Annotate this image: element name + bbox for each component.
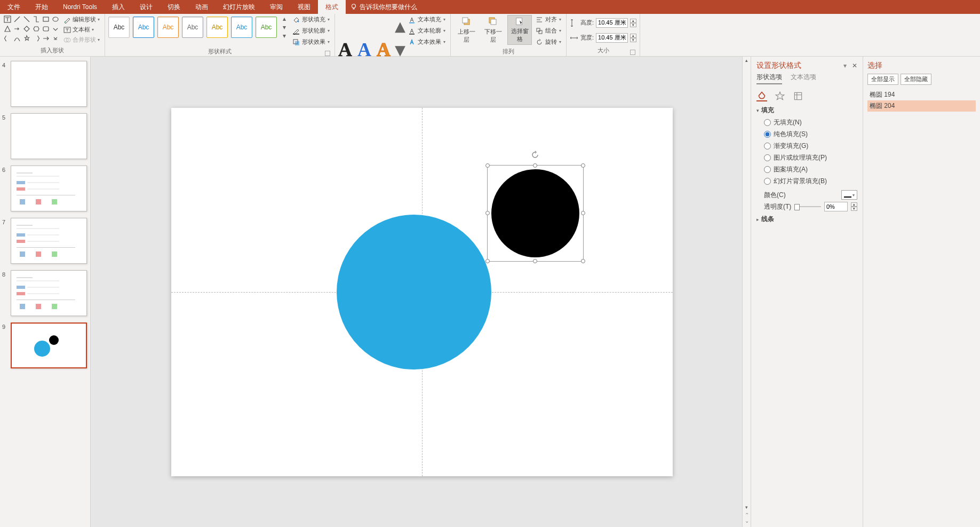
fill-pattern-radio[interactable]: 图案填充(A) xyxy=(764,165,857,174)
shape-oval-blue[interactable] xyxy=(337,215,491,369)
selection-item-1[interactable]: 椭圆 204 xyxy=(867,100,976,112)
style-preset-6[interactable]: Abc xyxy=(231,17,252,38)
tab-format[interactable]: 格式 xyxy=(318,0,346,14)
shape-effects-button[interactable]: 形状效果▾ xyxy=(291,37,331,46)
shape-brace2-icon[interactable] xyxy=(32,34,41,43)
effects-tab-icon[interactable] xyxy=(775,91,785,101)
handle-w[interactable] xyxy=(485,211,490,215)
tab-view[interactable]: 视图 xyxy=(290,0,318,14)
fill-slidebg-radio[interactable]: 幻灯片背景填充(B) xyxy=(764,177,857,186)
rotate-handle[interactable] xyxy=(531,151,539,159)
fill-color-picker[interactable]: ▾ xyxy=(841,190,857,200)
thumb-slide-4[interactable] xyxy=(11,61,87,107)
shape-arrow-icon[interactable] xyxy=(13,25,21,33)
fill-line-tab-icon[interactable] xyxy=(756,91,767,101)
text-outline-button[interactable]: 文本轮廓▾ xyxy=(407,26,447,35)
tab-transitions[interactable]: 切换 xyxy=(160,0,188,14)
shape-arrow2-icon[interactable] xyxy=(42,34,50,43)
tab-file[interactable]: 文件 xyxy=(0,0,28,14)
thumb-slide-7[interactable] xyxy=(11,218,87,264)
tab-review[interactable]: 审阅 xyxy=(262,0,290,14)
selection-box[interactable] xyxy=(487,165,584,262)
shape-outline-button[interactable]: 形状轮廓▾ xyxy=(291,26,331,35)
fill-solid-radio[interactable]: 纯色填充(S) xyxy=(764,130,857,139)
width-input[interactable] xyxy=(596,33,628,43)
thumb-slide-8[interactable] xyxy=(11,270,87,316)
tab-design[interactable]: 设计 xyxy=(132,0,160,14)
hide-all-button[interactable]: 全部隐藏 xyxy=(901,74,931,85)
prev-slide-icon[interactable]: ⌃ xyxy=(745,512,749,518)
style-preset-5[interactable]: Abc xyxy=(206,17,228,38)
tab-nordri-tools[interactable]: Nordri Tools xyxy=(55,0,105,14)
style-preset-1[interactable]: Abc xyxy=(108,17,130,38)
size-tab-icon[interactable] xyxy=(793,91,803,101)
shape-connector-icon[interactable] xyxy=(32,15,41,23)
scroll-up-icon[interactable]: ▴ xyxy=(745,58,748,65)
handle-se[interactable] xyxy=(581,259,585,263)
width-up[interactable]: ▴ xyxy=(630,34,636,38)
width-down[interactable]: ▾ xyxy=(630,38,636,42)
style-preset-4[interactable]: Abc xyxy=(182,17,203,38)
shape-line2-icon[interactable] xyxy=(22,15,31,23)
text-effects-button[interactable]: 文本效果▾ xyxy=(407,37,447,46)
tell-me-search[interactable]: 告诉我你想要做什么 xyxy=(350,3,417,12)
panel-close-icon[interactable]: ✕ xyxy=(852,62,857,69)
line-section-header[interactable]: ▸线条 xyxy=(756,215,857,224)
panel-menu-icon[interactable]: ▾ xyxy=(843,62,847,69)
height-down[interactable]: ▾ xyxy=(630,23,636,27)
shape-triangle-icon[interactable] xyxy=(3,25,12,33)
text-box-button[interactable]: 文本框▾ xyxy=(62,25,101,34)
style-preset-3[interactable]: Abc xyxy=(157,17,179,38)
group-button[interactable]: 组合▾ xyxy=(534,26,563,35)
subtab-text-options[interactable]: 文本选项 xyxy=(791,73,816,84)
handle-n[interactable] xyxy=(533,163,537,168)
bring-forward-button[interactable]: 上移一层 xyxy=(454,15,479,45)
tab-animations[interactable]: 动画 xyxy=(188,0,216,14)
shape-textbox-icon[interactable] xyxy=(3,15,12,23)
shape-star-icon[interactable] xyxy=(22,34,31,43)
handle-ne[interactable] xyxy=(581,163,585,168)
handle-e[interactable] xyxy=(581,211,585,215)
shape-brace-icon[interactable] xyxy=(3,34,12,43)
shape-gallery[interactable] xyxy=(3,15,60,43)
size-launcher[interactable] xyxy=(630,50,635,55)
selection-item-0[interactable]: 椭圆 194 xyxy=(867,89,976,100)
thumb-slide-5[interactable] xyxy=(11,113,87,159)
shape-fill-button[interactable]: 形状填充▾ xyxy=(291,15,331,24)
send-backward-button[interactable]: 下移一层 xyxy=(481,15,505,45)
shape-more-icon[interactable] xyxy=(51,25,60,33)
tab-slideshow[interactable]: 幻灯片放映 xyxy=(216,0,262,14)
handle-s[interactable] xyxy=(533,259,537,263)
shape-roundrect-icon[interactable] xyxy=(42,25,50,33)
shape-hex-icon[interactable] xyxy=(32,25,41,33)
shape-diamond-icon[interactable] xyxy=(22,25,31,33)
shape-line-icon[interactable] xyxy=(13,15,21,23)
height-up[interactable]: ▴ xyxy=(630,19,636,23)
fill-section-header[interactable]: ▾填充 xyxy=(756,106,857,115)
next-slide-icon[interactable]: ⌄ xyxy=(745,518,749,524)
handle-sw[interactable] xyxy=(485,259,490,263)
tab-insert[interactable]: 插入 xyxy=(105,0,132,14)
shape-expand-icon[interactable] xyxy=(51,34,60,43)
vertical-scrollbar[interactable]: ▴ ▾ ⌃ ⌄ xyxy=(742,57,751,527)
shape-oval-icon[interactable] xyxy=(51,15,60,23)
tab-home[interactable]: 开始 xyxy=(28,0,55,14)
fill-none-radio[interactable]: 无填充(N) xyxy=(764,118,857,127)
trans-down[interactable]: ▾ xyxy=(851,207,857,211)
style-preset-2[interactable]: Abc xyxy=(133,17,154,38)
transparency-input[interactable] xyxy=(824,202,848,211)
show-all-button[interactable]: 全部显示 xyxy=(867,74,898,85)
fill-gradient-radio[interactable]: 渐变填充(G) xyxy=(764,141,857,151)
scroll-down-icon[interactable]: ▾ xyxy=(745,505,748,512)
slide[interactable] xyxy=(171,108,673,476)
style-preset-7[interactable]: Abc xyxy=(256,17,277,38)
text-fill-button[interactable]: 文本填充▾ xyxy=(407,15,447,24)
style-gallery-more[interactable]: ▴▾▾ xyxy=(280,15,289,40)
shape-curve-icon[interactable] xyxy=(13,34,21,43)
shape-styles-launcher[interactable] xyxy=(325,51,330,56)
shape-rect-icon[interactable] xyxy=(42,15,50,23)
shape-style-gallery[interactable]: Abc Abc Abc Abc Abc Abc Abc ▴▾▾ xyxy=(108,15,289,40)
rotate-button[interactable]: 旋转▾ xyxy=(534,37,563,46)
thumb-slide-6[interactable] xyxy=(11,166,87,211)
align-button[interactable]: 对齐▾ xyxy=(534,15,563,24)
